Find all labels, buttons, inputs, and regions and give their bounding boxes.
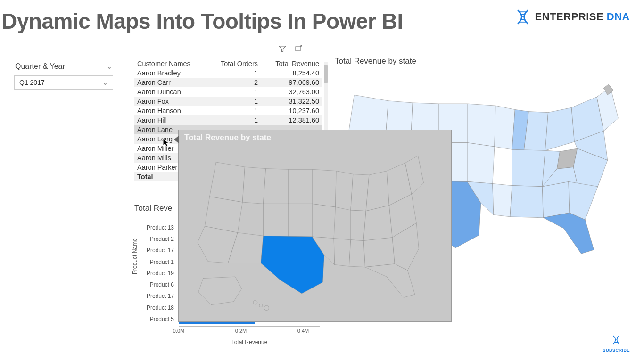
bar-label: Product 17 bbox=[147, 293, 174, 299]
column-header[interactable]: Total Orders bbox=[207, 58, 261, 68]
revenue-map[interactable]: Total Revenue by state bbox=[335, 57, 636, 66]
cell-orders: 1 bbox=[207, 106, 261, 115]
x-axis: 0.0M 0.2M 0.4M Total Revenue bbox=[179, 326, 320, 340]
state-texas-highlighted bbox=[261, 236, 324, 293]
state[interactable] bbox=[569, 181, 598, 220]
visual-toolbar: ⋯ bbox=[278, 45, 319, 53]
tooltip-us-map bbox=[195, 146, 436, 314]
cell-name: Aaron Carr bbox=[134, 78, 207, 87]
bar-label: Product 18 bbox=[147, 304, 174, 311]
state-florida[interactable] bbox=[543, 213, 594, 254]
quarter-year-slicer: Quarter & Year ⌄ Q1 2017 ⌄ bbox=[14, 60, 113, 90]
page-title: Dynamic Maps Into Tooltips In Power BI bbox=[1, 8, 403, 34]
cell-revenue: 32,763.00 bbox=[261, 87, 322, 97]
table-row[interactable]: Aaron Duncan132,763.00 bbox=[134, 87, 322, 97]
brand-logo: ENTERPRISE DNA bbox=[514, 8, 630, 25]
cell-name: Aaron Hill bbox=[134, 115, 207, 125]
slicer-label: Quarter & Year bbox=[15, 62, 65, 71]
bar-label: Product 6 bbox=[150, 281, 174, 288]
state[interactable] bbox=[545, 107, 574, 150]
bar-label: Product 17 bbox=[147, 247, 174, 254]
axis-tick: 0.0M bbox=[173, 328, 184, 334]
cell-name: Aaron Fox bbox=[134, 97, 207, 106]
table-row[interactable]: Aaron Bradley18,254.40 bbox=[134, 68, 322, 78]
state[interactable] bbox=[467, 143, 495, 184]
map-title: Total Revenue by state bbox=[335, 57, 636, 66]
focus-mode-icon[interactable] bbox=[294, 45, 303, 53]
cell-revenue: 8,254.40 bbox=[261, 68, 322, 78]
bar-label: Product 13 bbox=[147, 224, 174, 231]
cell-revenue: 97,069.60 bbox=[261, 78, 322, 87]
subscribe-button[interactable]: SUBSCRIBE bbox=[603, 335, 630, 353]
axis-tick: 0.4M bbox=[297, 328, 309, 334]
table-row[interactable]: Aaron Fox131,322.50 bbox=[134, 97, 322, 106]
cell-name: Aaron Bradley bbox=[134, 68, 207, 78]
mouse-cursor-icon bbox=[163, 138, 170, 148]
chevron-down-icon: ⌄ bbox=[102, 79, 108, 86]
slicer-value: Q1 2017 bbox=[19, 79, 45, 86]
bar-label: Product 5 bbox=[150, 316, 174, 322]
tooltip-title: Total Revenue by state bbox=[184, 133, 446, 142]
svg-point-10 bbox=[264, 305, 269, 310]
tooltip-pointer-icon bbox=[174, 136, 179, 143]
y-axis-label: Product Name bbox=[132, 238, 138, 274]
filter-icon[interactable] bbox=[278, 45, 287, 53]
state-alaska bbox=[198, 277, 242, 305]
cell-name: Aaron Hanson bbox=[134, 106, 207, 115]
cell-revenue: 31,322.50 bbox=[261, 97, 322, 106]
table-row[interactable]: Aaron Carr297,069.60 bbox=[134, 78, 322, 87]
state[interactable] bbox=[512, 149, 545, 187]
table-row[interactable]: Aaron Hill112,381.60 bbox=[134, 115, 322, 125]
cell-orders: 1 bbox=[207, 87, 261, 97]
state[interactable] bbox=[495, 106, 515, 149]
svg-point-9 bbox=[259, 304, 263, 307]
cell-orders: 1 bbox=[207, 115, 261, 125]
column-header[interactable]: Customer Names bbox=[134, 58, 207, 68]
subscribe-label: SUBSCRIBE bbox=[603, 348, 630, 353]
chevron-down-icon: ⌄ bbox=[107, 63, 112, 70]
state[interactable] bbox=[510, 186, 543, 218]
state-hawaii bbox=[253, 300, 257, 304]
state[interactable] bbox=[467, 104, 495, 147]
dna-icon bbox=[610, 335, 623, 345]
tooltip-map: Total Revenue by state bbox=[178, 130, 452, 322]
x-axis-label: Total Revenue bbox=[231, 339, 268, 346]
bar-label: Product 19 bbox=[147, 270, 174, 277]
cell-revenue: 10,237.60 bbox=[261, 106, 322, 115]
cell-name: Aaron Duncan bbox=[134, 87, 207, 97]
table-row[interactable]: Aaron Hanson110,237.60 bbox=[134, 106, 322, 115]
cell-orders: 1 bbox=[207, 97, 261, 106]
column-header[interactable]: Total Revenue bbox=[261, 58, 322, 68]
slicer-dropdown[interactable]: Q1 2017 ⌄ bbox=[14, 75, 113, 90]
cell-revenue: 12,381.60 bbox=[261, 115, 322, 125]
state[interactable] bbox=[542, 181, 570, 217]
state-louisiana[interactable] bbox=[493, 184, 512, 217]
cell-orders: 1 bbox=[207, 68, 261, 78]
svg-rect-8 bbox=[296, 47, 300, 51]
slicer-header[interactable]: Quarter & Year ⌄ bbox=[14, 60, 113, 73]
axis-tick: 0.2M bbox=[235, 328, 247, 334]
scroll-thumb[interactable] bbox=[324, 65, 328, 83]
dna-icon bbox=[514, 8, 531, 25]
brand-text: ENTERPRISE DNA bbox=[535, 11, 630, 23]
more-options-icon[interactable]: ⋯ bbox=[310, 45, 319, 53]
bar-label: Product 2 bbox=[150, 236, 174, 242]
cell-orders: 2 bbox=[207, 78, 261, 87]
bar-label: Product 1 bbox=[150, 259, 174, 265]
